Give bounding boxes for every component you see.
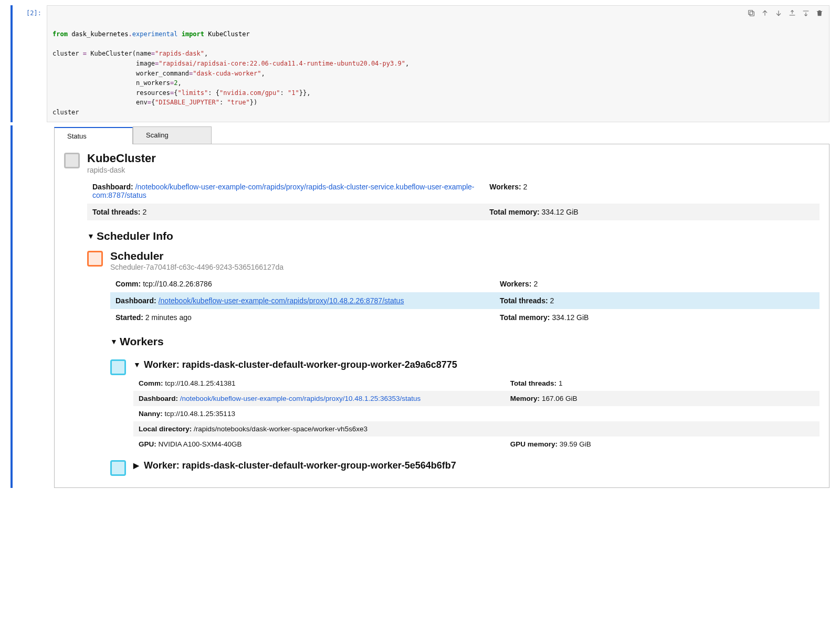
scheduler-title: Scheduler <box>110 250 284 262</box>
worker-status-icon <box>110 460 126 476</box>
worker-dashboard-link[interactable]: /notebook/kubeflow-user-example-com/rapi… <box>180 395 421 402</box>
cell-toolbar <box>747 9 824 17</box>
threads-label: Total threads: <box>92 208 141 216</box>
output-gutter <box>18 125 54 488</box>
threads-value: 2 <box>142 208 146 216</box>
scheduler-info-toggle[interactable]: ▼ Scheduler Info <box>87 230 820 246</box>
comm-label: Comm: <box>116 280 141 288</box>
cluster-subtitle: rapids-dask <box>87 166 156 174</box>
chevron-right-icon: ▶ <box>133 461 141 470</box>
svg-rect-0 <box>750 12 754 16</box>
workers-label: Workers: <box>489 183 521 191</box>
delete-icon[interactable] <box>815 9 824 17</box>
started-label: Started: <box>116 313 143 322</box>
tabs: Status Scaling <box>54 126 830 144</box>
scheduler-subtitle: Scheduler-7a70418f-c63c-4496-9243-536516… <box>110 263 284 271</box>
move-down-icon[interactable] <box>774 9 783 17</box>
chevron-down-icon: ▼ <box>110 337 118 346</box>
cluster-title: KubeCluster <box>87 152 156 165</box>
svg-rect-1 <box>749 10 753 15</box>
scheduler-status-icon <box>87 251 103 267</box>
workers-toggle[interactable]: ▼ Workers <box>110 335 820 351</box>
cell-run-indicator <box>10 5 13 122</box>
tab-status[interactable]: Status <box>54 127 133 144</box>
status-panel: KubeCluster rapids-dask Dashboard: /note… <box>54 144 830 488</box>
workers-section: ▼ Workers ▼ Worker: rapids-dask-cluster- <box>110 335 820 476</box>
comm-value: tcp://10.48.2.26:8786 <box>143 280 212 288</box>
output-cell: Status Scaling KubeCluster rapids-dask D… <box>10 125 830 488</box>
code-input[interactable]: from dask_kubernetes.experimental import… <box>47 5 830 122</box>
memory-value: 334.12 GiB <box>542 208 579 216</box>
dashboard-label: Dashboard: <box>92 183 133 191</box>
started-value: 2 minutes ago <box>145 313 192 322</box>
scheduler-info: Comm: tcp://10.48.2.26:8786 Workers: 2 D… <box>110 275 820 326</box>
insert-above-icon[interactable] <box>788 9 796 17</box>
worker-status-icon <box>110 359 126 375</box>
tab-scaling[interactable]: Scaling <box>133 126 212 144</box>
insert-below-icon[interactable] <box>802 9 810 17</box>
code-cell: [2]: from dask_kubernetes.experimental i… <box>10 5 830 122</box>
worker-item: ▶ Worker: rapids-dask-cluster-default-wo… <box>110 459 820 476</box>
workers-value: 2 <box>523 183 528 191</box>
chevron-down-icon: ▼ <box>133 360 141 369</box>
memory-label: Total memory: <box>489 208 539 216</box>
scheduler-header: Scheduler Scheduler-7a70418f-c63c-4496-9… <box>87 250 820 271</box>
worker-info: Comm: tcp://10.48.1.25:41381 Total threa… <box>133 376 820 452</box>
kubecluster-header: KubeCluster rapids-dask <box>64 152 820 174</box>
kubecluster-info: Dashboard: /notebook/kubeflow-user-examp… <box>87 178 820 220</box>
dashboard-link[interactable]: /notebook/kubeflow-user-example-com/rapi… <box>92 183 475 199</box>
cell-run-indicator <box>10 125 13 488</box>
worker-toggle[interactable]: ▶ Worker: rapids-dask-cluster-default-wo… <box>133 459 820 472</box>
worker-details: ▼ Worker: rapids-dask-cluster-default-wo… <box>133 358 820 452</box>
worker-item: ▼ Worker: rapids-dask-cluster-default-wo… <box>110 358 820 452</box>
move-up-icon[interactable] <box>761 9 769 17</box>
scheduler-dashboard-link[interactable]: /notebook/kubeflow-user-example-com/rapi… <box>159 296 404 305</box>
cluster-status-icon <box>64 153 80 168</box>
chevron-down-icon: ▼ <box>87 232 94 240</box>
copy-icon[interactable] <box>747 9 755 17</box>
scheduler-info-section: ▼ Scheduler Info Scheduler Scheduler-7a7… <box>87 230 820 476</box>
cell-prompt: [2]: <box>18 5 47 122</box>
worker-details: ▶ Worker: rapids-dask-cluster-default-wo… <box>133 459 820 472</box>
worker-toggle[interactable]: ▼ Worker: rapids-dask-cluster-default-wo… <box>133 358 820 371</box>
